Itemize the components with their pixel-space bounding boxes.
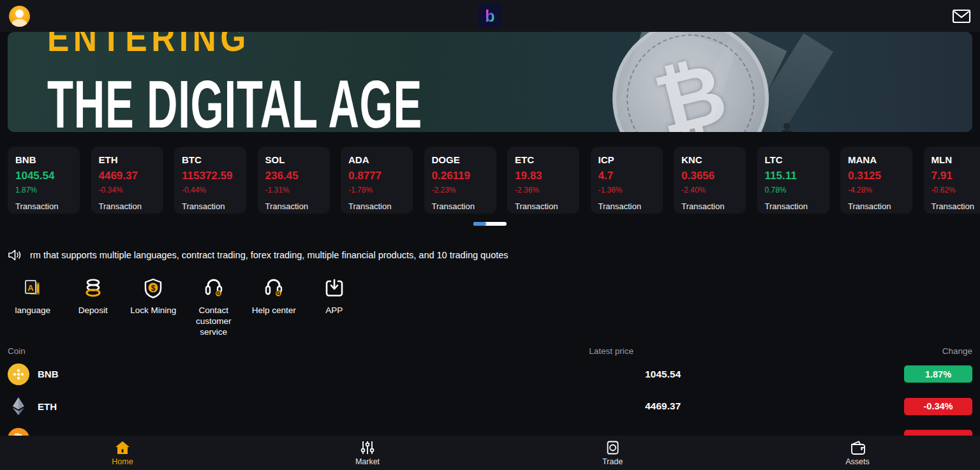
ticker-change: -1.31% (265, 186, 322, 195)
shortcut-label: APP (325, 305, 343, 316)
shortcut-customer-service[interactable]: Contact customer service (184, 277, 244, 338)
carousel-pagination (0, 222, 980, 226)
ticker-symbol: BNB (15, 154, 72, 165)
shortcut-label: language (15, 305, 50, 316)
shortcut-label: Lock Mining (130, 305, 176, 316)
assets-icon (849, 440, 866, 455)
change-badge: -0.34% (904, 398, 972, 415)
ticker-change: -0.34% (99, 186, 156, 195)
ticker-price: 7.91 (932, 170, 980, 182)
announcement-bar[interactable]: rm that supports multiple languages, con… (8, 249, 972, 261)
profile-avatar[interactable] (9, 6, 30, 27)
nav-label: Trade (602, 457, 623, 466)
ticker-card[interactable]: BNB 1045.54 1.87% Transaction (8, 147, 80, 214)
ticker-change: 1.87% (15, 186, 72, 195)
app-download-icon (323, 277, 346, 300)
person-silhouette (781, 123, 792, 132)
ticker-action-label: Transaction (432, 202, 489, 211)
ticker-price: 0.26119 (432, 170, 489, 182)
home-icon (114, 440, 131, 455)
ticker-card[interactable]: ADA 0.8777 -1.78% Transaction (341, 147, 413, 214)
ticker-card[interactable]: KNC 0.3656 -2.40% Transaction (674, 147, 746, 214)
banner-text: ENTERING THE DIGITAL AGE (47, 32, 528, 129)
bnb-coin-icon (8, 364, 29, 385)
ticker-card[interactable]: MLN 7.91 -0.62% Transaction (924, 147, 980, 214)
nav-item-assets[interactable]: Assets (735, 436, 980, 470)
ticker-card[interactable]: MANA 0.3125 -4.28% Transaction (840, 147, 912, 214)
messages-icon[interactable] (952, 8, 971, 24)
ticker-symbol: DOGE (432, 154, 489, 165)
ticker-symbol: KNC (681, 154, 738, 165)
trade-icon (605, 440, 620, 455)
speaker-icon (8, 249, 22, 261)
pagination-progress (473, 222, 486, 226)
ticker-change: -0.62% (932, 186, 980, 195)
ticker-action-label: Transaction (182, 202, 239, 211)
shortcut-app[interactable]: APP (304, 277, 365, 338)
nav-item-market[interactable]: Market (245, 436, 490, 470)
ticker-symbol: SOL (265, 154, 322, 165)
ticker-symbol: MANA (848, 154, 905, 165)
ticker-card-row: BNB 1045.54 1.87% Transaction ETH 4469.3… (8, 147, 980, 214)
banner-headline-top: ENTERING (47, 32, 490, 61)
ticker-price: 0.8777 (348, 170, 405, 182)
hero-banner[interactable]: ENTERING THE DIGITAL AGE ₿ (8, 32, 972, 132)
row-symbol: ETH (38, 401, 57, 412)
pagination-pill (473, 222, 507, 226)
ticker-symbol: LTC (765, 154, 822, 165)
ticker-price: 4469.37 (99, 170, 156, 182)
deposit-icon (82, 277, 105, 300)
ticker-action-label: Transaction (99, 202, 156, 211)
nav-item-home[interactable]: Home (0, 436, 245, 470)
ticker-action-label: Transaction (348, 202, 405, 211)
ticker-card[interactable]: ETH 4469.37 -0.34% Transaction (91, 147, 163, 214)
customer-service-icon (202, 277, 225, 300)
ticker-price: 4.7 (598, 170, 655, 182)
app-logo-letter: b (485, 8, 494, 24)
svg-text:$: $ (151, 284, 156, 293)
shortcut-deposit[interactable]: Deposit (63, 277, 124, 338)
ticker-action-label: Transaction (681, 202, 738, 211)
shortcut-label: Contact customer service (188, 305, 239, 338)
market-icon (360, 440, 375, 455)
coin-table-header: Coin Latest price Change (0, 344, 980, 358)
nav-item-trade[interactable]: Trade (490, 436, 735, 470)
ticker-change: -4.28% (848, 186, 905, 195)
announcement-text: rm that supports multiple languages, con… (30, 250, 509, 260)
banner-headline-main: THE DIGITAL AGE (47, 66, 422, 132)
shortcut-lock-mining[interactable]: $ Lock Mining (123, 277, 184, 338)
ticker-action-label: Transaction (848, 202, 905, 211)
ticker-symbol: ETC (515, 154, 572, 165)
ticker-symbol: ADA (348, 154, 405, 165)
nav-label: Home (112, 457, 133, 466)
nav-label: Market (355, 457, 380, 466)
ticker-card[interactable]: LTC 115.11 0.78% Transaction (757, 147, 829, 214)
row-price: 4469.37 (645, 400, 681, 411)
table-row-bnb[interactable]: BNB 1045.54 1.87% (0, 358, 980, 391)
ticker-price: 115372.59 (182, 170, 239, 182)
ticker-card[interactable]: DOGE 0.26119 -2.23% Transaction (424, 147, 496, 214)
ticker-change: -1.36% (598, 186, 655, 195)
header-change: Change (681, 346, 972, 356)
table-row-eth[interactable]: ETH 4469.37 -0.34% (0, 390, 980, 423)
ticker-price: 19.83 (515, 170, 572, 182)
ticker-card[interactable]: ETC 19.83 -2.36% Transaction (507, 147, 579, 214)
shortcut-label: Deposit (78, 305, 108, 316)
ticker-action-label: Transaction (15, 202, 72, 211)
shortcut-label: Help center (252, 305, 296, 316)
app-logo: b (479, 4, 502, 28)
ticker-action-label: Transaction (515, 202, 572, 211)
svg-text:A: A (28, 283, 34, 293)
shortcut-row: A language Deposit $ Lock Mining (3, 277, 980, 338)
ticker-card[interactable]: ICP 4.7 -1.36% Transaction (591, 147, 663, 214)
shortcut-help-center[interactable]: Help center (244, 277, 304, 338)
eth-coin-icon (8, 395, 29, 417)
ticker-price: 0.3656 (681, 170, 738, 182)
ticker-change: -0.44% (182, 186, 239, 195)
ticker-change: -2.23% (432, 186, 489, 195)
ticker-card[interactable]: BTC 115372.59 -0.44% Transaction (174, 147, 246, 214)
ticker-card[interactable]: SOL 236.45 -1.31% Transaction (258, 147, 330, 214)
change-badge: 1.87% (904, 365, 972, 383)
shortcut-language[interactable]: A language (3, 277, 63, 338)
ticker-action-label: Transaction (265, 202, 322, 211)
